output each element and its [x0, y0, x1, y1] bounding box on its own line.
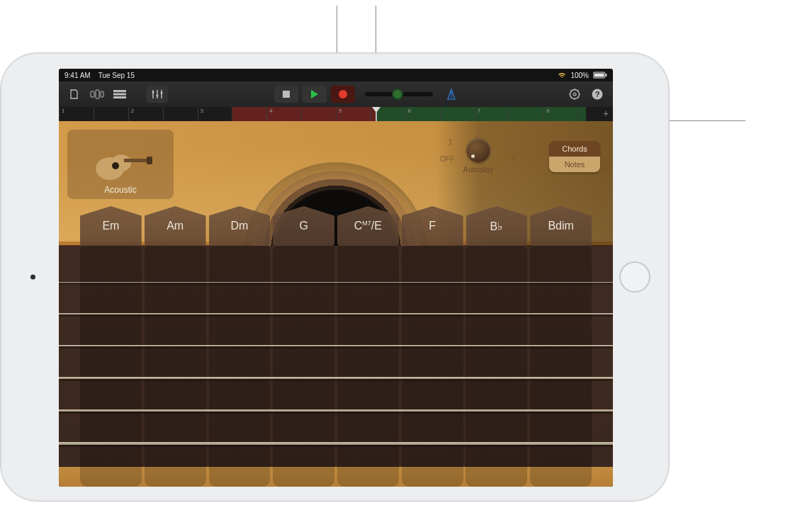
chord-column-cap — [80, 467, 142, 487]
instrument-picker[interactable]: Acoustic — [67, 130, 174, 199]
svg-rect-5 — [101, 91, 103, 97]
screen: 9:41 AM Tue Sep 15 100% — [59, 69, 613, 487]
strings[interactable] — [59, 246, 613, 487]
chord-column-cap — [209, 467, 271, 487]
autoplay-tick-1: 1 — [449, 138, 453, 146]
chord-label: Dm — [230, 220, 248, 232]
record-button[interactable] — [331, 86, 355, 103]
my-songs-button[interactable] — [66, 86, 83, 103]
slider-thumb[interactable] — [392, 89, 403, 100]
chords-notes-toggle: Chords Notes — [549, 141, 600, 172]
autoplay-control: OFF 1 2 3 4 Autoplay — [443, 138, 514, 174]
chord-label: G — [299, 220, 308, 232]
master-volume-slider[interactable] — [365, 92, 433, 96]
svg-point-9 — [152, 91, 154, 93]
string-2[interactable] — [59, 313, 613, 315]
svg-point-19 — [112, 162, 119, 169]
battery-pct: 100% — [570, 72, 589, 79]
svg-rect-20 — [124, 159, 148, 162]
chord-bdim[interactable]: Bdim — [530, 206, 592, 246]
instrument-name-label: Acoustic — [104, 185, 136, 195]
svg-rect-7 — [113, 94, 126, 96]
ipad-frame: 9:41 AM Tue Sep 15 100% — [0, 52, 670, 502]
svg-rect-4 — [96, 90, 99, 98]
fretboard — [59, 246, 613, 487]
transport-controls — [274, 86, 355, 103]
chord-cm7e[interactable]: CM7/E — [337, 206, 399, 246]
chord-column-cap — [273, 467, 334, 487]
svg-rect-8 — [113, 96, 126, 98]
measure-label: 8 — [546, 108, 549, 114]
home-button[interactable] — [619, 261, 650, 293]
measure-label: 1 — [62, 108, 64, 114]
autoplay-tick-4: 4 — [511, 155, 515, 163]
browser-button[interactable] — [89, 86, 106, 103]
notes-mode-button[interactable]: Notes — [549, 157, 600, 172]
chord-label: F — [429, 220, 436, 232]
status-bar: 9:41 AM Tue Sep 15 100% — [59, 69, 613, 81]
chord-column-cap — [145, 467, 206, 487]
measure-label: 6 — [408, 108, 411, 114]
autoplay-tick-off: OFF — [440, 155, 454, 163]
measure-label: 2 — [131, 108, 134, 114]
chord-strip: EmAmDmGCM7/EFB♭Bdim — [59, 206, 613, 246]
chord-b[interactable]: B♭ — [466, 206, 528, 246]
chord-f[interactable]: F — [402, 206, 463, 246]
autoplay-tick-3: 3 — [504, 138, 508, 146]
chord-label: B♭ — [490, 220, 504, 233]
chord-g[interactable]: G — [273, 206, 334, 246]
chord-label: Am — [167, 220, 184, 232]
svg-point-10 — [156, 94, 158, 96]
notes-label: Notes — [565, 160, 585, 169]
play-icon — [311, 90, 318, 98]
string-6[interactable] — [59, 442, 613, 445]
autoplay-label: Autoplay — [443, 165, 514, 174]
battery-icon — [593, 72, 607, 79]
measure-label: 5 — [339, 108, 342, 114]
chord-dm[interactable]: Dm — [209, 206, 271, 246]
wifi-icon — [558, 72, 566, 79]
chord-label: Bdim — [548, 220, 573, 232]
chord-column-cap — [337, 467, 399, 487]
timeline-ruler[interactable]: + 1 2 3 4 5 6 7 8 — [59, 107, 613, 121]
front-camera — [30, 275, 35, 280]
metronome-button[interactable] — [443, 86, 460, 103]
chord-am[interactable]: Am — [145, 206, 206, 246]
string-1[interactable] — [59, 282, 613, 283]
svg-rect-21 — [147, 157, 152, 164]
stop-icon — [283, 91, 290, 98]
measure-label: 7 — [478, 108, 480, 114]
measure-label: 3 — [201, 108, 203, 114]
chord-label: CM7/E — [354, 220, 382, 232]
svg-point-14 — [573, 93, 576, 96]
help-button[interactable]: ? — [589, 86, 606, 103]
status-time: 9:41 AM Tue Sep 15 — [64, 72, 135, 79]
svg-rect-3 — [91, 91, 94, 97]
svg-rect-2 — [606, 74, 607, 77]
chord-column-cap — [402, 467, 463, 487]
stop-button[interactable] — [274, 86, 298, 103]
record-icon — [339, 90, 347, 98]
chord-column-cap — [530, 467, 592, 487]
chord-column-cap — [466, 467, 527, 487]
track-controls-button[interactable] — [147, 86, 168, 103]
string-4[interactable] — [59, 377, 613, 379]
chord-label: Em — [102, 220, 119, 232]
svg-point-11 — [160, 91, 162, 94]
tracks-view-button[interactable] — [111, 86, 128, 103]
chord-em[interactable]: Em — [80, 206, 142, 246]
app-toolbar: ? — [59, 81, 613, 107]
svg-text:?: ? — [595, 90, 600, 98]
status-time-value: 9:41 AM — [64, 72, 91, 79]
settings-button[interactable] — [566, 86, 583, 103]
play-button[interactable] — [303, 86, 327, 103]
chords-mode-button[interactable]: Chords — [549, 141, 600, 157]
measure-label: 4 — [269, 108, 272, 114]
svg-rect-1 — [594, 74, 604, 77]
chords-label: Chords — [562, 145, 587, 153]
autoplay-knob[interactable] — [466, 138, 490, 162]
string-3[interactable] — [59, 345, 613, 346]
string-5[interactable] — [59, 409, 613, 412]
acoustic-guitar-icon — [89, 145, 152, 185]
instrument-area: Acoustic OFF 1 2 3 4 Autoplay Chords — [59, 121, 613, 487]
